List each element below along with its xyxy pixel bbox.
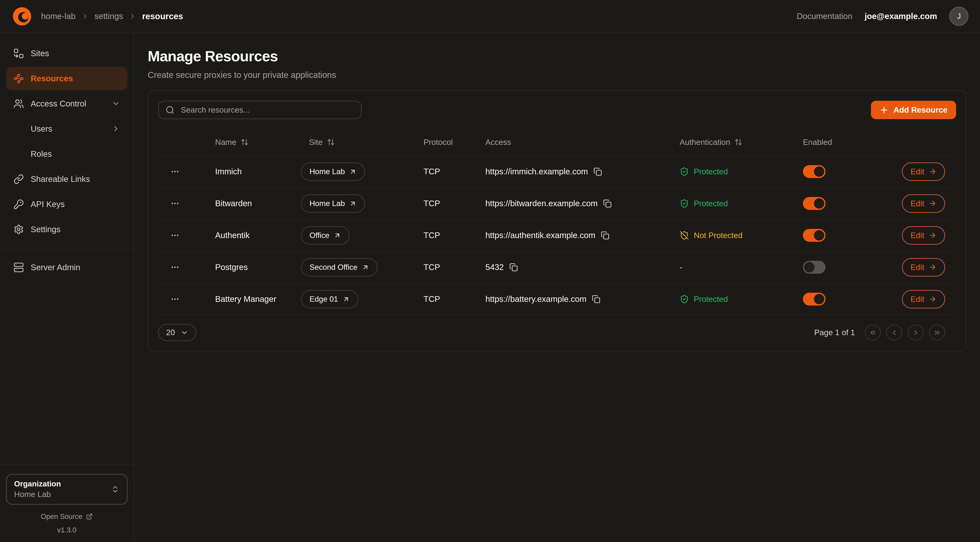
- next-page-button[interactable]: [908, 325, 924, 341]
- edit-button[interactable]: Edit: [902, 258, 945, 276]
- sidebar-item-server-admin[interactable]: Server Admin: [6, 256, 127, 279]
- edit-button[interactable]: Edit: [902, 163, 945, 181]
- auth-status-protected: Protected: [680, 167, 728, 176]
- search-box: [158, 101, 361, 119]
- copy-icon[interactable]: [593, 167, 602, 176]
- copy-icon[interactable]: [603, 199, 612, 208]
- shield-check-icon: [680, 295, 689, 304]
- app-root: home-lab settings resources Documentatio…: [0, 0, 980, 542]
- sidebar-item-resources[interactable]: Resources: [6, 67, 127, 90]
- sort-icon: [735, 138, 742, 146]
- arrow-up-right-icon: [334, 232, 341, 239]
- combine-icon: [13, 48, 24, 59]
- search-input[interactable]: [180, 105, 354, 115]
- row-menu-button[interactable]: [169, 230, 181, 241]
- sidebar-item-api-keys[interactable]: API Keys: [6, 193, 127, 216]
- row-menu-button[interactable]: [169, 293, 181, 305]
- column-header-name[interactable]: Name: [215, 138, 309, 147]
- sidebar-divider: [0, 249, 134, 250]
- copy-icon[interactable]: [601, 231, 609, 240]
- page-size-select[interactable]: 20: [158, 324, 196, 341]
- sidebar: Sites Resources Access Control: [0, 33, 134, 541]
- enabled-toggle[interactable]: [803, 165, 826, 178]
- prev-page-button[interactable]: [886, 325, 902, 341]
- copy-icon[interactable]: [592, 295, 600, 303]
- search-icon: [165, 105, 175, 115]
- breadcrumb-org[interactable]: home-lab: [41, 11, 76, 21]
- resource-access-url: https://immich.example.com: [485, 167, 588, 176]
- sidebar-item-sites[interactable]: Sites: [6, 42, 127, 65]
- shield-off-icon: [680, 231, 689, 240]
- table-row-postgres: Postgres Second Office TCP 5432 - Edit: [158, 252, 956, 284]
- edit-button[interactable]: Edit: [902, 226, 945, 245]
- row-menu-button[interactable]: [169, 166, 181, 177]
- waypoints-icon: [13, 73, 24, 84]
- site-link[interactable]: Edge 01: [301, 290, 358, 308]
- chevron-right-icon: [129, 12, 137, 20]
- sidebar-item-label: Shareable Links: [31, 174, 120, 184]
- breadcrumb: home-lab settings resources: [41, 11, 183, 21]
- table-row-immich: Immich Home Lab TCP https://immich.examp…: [158, 156, 956, 188]
- auth-status-not-protected: Not Protected: [680, 231, 742, 240]
- chevron-down-icon: [111, 99, 120, 108]
- pangolin-logo-icon[interactable]: [12, 6, 32, 27]
- enabled-toggle[interactable]: [803, 293, 826, 306]
- plus-icon: [880, 105, 889, 115]
- sort-icon: [241, 138, 249, 146]
- resources-card: Add Resource Name Site Protocol: [148, 90, 967, 352]
- sidebar-item-label: Settings: [31, 225, 120, 234]
- resource-protocol: TCP: [423, 231, 485, 240]
- resource-access-port: 5432: [485, 262, 504, 272]
- page-title: Manage Resources: [148, 48, 967, 65]
- enabled-toggle[interactable]: [803, 197, 826, 210]
- sidebar-item-label: Users: [31, 124, 105, 134]
- sidebar-item-label: Access Control: [31, 99, 105, 108]
- chevrons-left-icon: [869, 328, 877, 336]
- sidebar-item-access-control[interactable]: Access Control: [6, 92, 127, 115]
- sidebar-item-label: Roles: [31, 149, 120, 159]
- table-row-battery-manager: Battery Manager Edge 01 TCP https://batt…: [158, 284, 956, 316]
- resource-protocol: TCP: [423, 167, 485, 176]
- chevron-down-icon: [180, 328, 188, 336]
- shield-check-icon: [680, 199, 689, 208]
- site-link[interactable]: Second Office: [301, 258, 378, 276]
- enabled-toggle[interactable]: [803, 229, 826, 242]
- sidebar-item-users[interactable]: Users: [6, 117, 127, 140]
- external-link-icon: [86, 513, 93, 520]
- chevrons-right-icon: [933, 328, 941, 336]
- pagination: 20 Page 1 of 1: [158, 324, 956, 341]
- table-header: Name Site Protocol Access Authenticati: [158, 129, 956, 156]
- site-link[interactable]: Home Lab: [301, 194, 365, 213]
- resource-name: Immich: [215, 167, 309, 176]
- open-source-link[interactable]: Open Source: [6, 513, 127, 521]
- breadcrumb-settings[interactable]: settings: [95, 11, 123, 21]
- shield-check-icon: [680, 167, 689, 176]
- chevron-right-icon: [111, 124, 120, 133]
- first-page-button[interactable]: [865, 325, 881, 341]
- avatar[interactable]: J: [949, 7, 968, 26]
- page-subtitle: Create secure proxies to your private ap…: [148, 70, 967, 80]
- sidebar-item-shareable-links[interactable]: Shareable Links: [6, 167, 127, 191]
- site-link[interactable]: Office: [301, 226, 350, 245]
- sidebar-item-settings[interactable]: Settings: [6, 218, 127, 241]
- row-menu-button[interactable]: [169, 198, 181, 209]
- documentation-link[interactable]: Documentation: [797, 11, 852, 21]
- add-resource-button[interactable]: Add Resource: [871, 101, 956, 119]
- edit-button[interactable]: Edit: [902, 194, 945, 213]
- enabled-toggle[interactable]: [803, 261, 826, 274]
- chevron-right-icon: [81, 12, 89, 20]
- column-header-site[interactable]: Site: [309, 138, 423, 147]
- column-header-authentication[interactable]: Authentication: [680, 138, 803, 147]
- sidebar-item-roles[interactable]: Roles: [6, 142, 127, 166]
- arrow-right-icon: [929, 263, 937, 271]
- last-page-button[interactable]: [929, 325, 945, 341]
- column-header-protocol: Protocol: [423, 138, 485, 147]
- row-menu-button[interactable]: [169, 261, 181, 273]
- chevron-left-icon: [890, 328, 898, 336]
- app-version: v1.3.0: [6, 526, 127, 534]
- chevrons-up-down-icon: [111, 485, 119, 494]
- site-link[interactable]: Home Lab: [301, 163, 365, 181]
- edit-button[interactable]: Edit: [902, 290, 945, 308]
- organization-selector[interactable]: Organization Home Lab: [6, 474, 127, 505]
- copy-icon[interactable]: [509, 263, 518, 272]
